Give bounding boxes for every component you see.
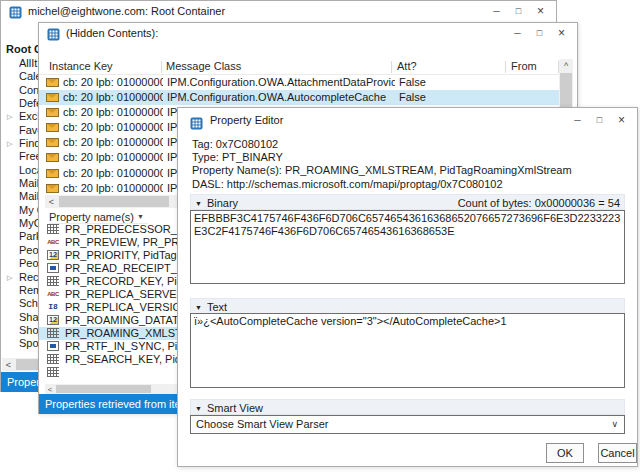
- property-editor-dialog: Property Editor ─ □ × Tag: 0x7C080102 Ty…: [177, 107, 638, 467]
- column-divider[interactable]: [161, 61, 162, 73]
- binary-type-icon: [47, 367, 59, 377]
- long-type-icon: 12: [47, 315, 59, 325]
- property-tag: Tag: 0x7C080102: [192, 138, 572, 151]
- minimize-button[interactable]: ─: [572, 115, 583, 126]
- envelope-icon: [46, 93, 59, 102]
- table-row[interactable]: cb: 20 lpb: 0100000000... IPM.Configurat…: [39, 75, 559, 90]
- sort-descending-icon: ▼: [134, 213, 144, 220]
- column-header-from[interactable]: From: [511, 60, 537, 72]
- envelope-icon: [46, 184, 59, 193]
- envelope-icon: [46, 169, 59, 178]
- att-cell: False: [399, 75, 426, 90]
- column-divider[interactable]: [391, 61, 392, 73]
- byte-count-label: Count of bytes: 0x00000036 = 54: [458, 195, 620, 211]
- maximize-button[interactable]: □: [534, 28, 545, 39]
- close-button[interactable]: ×: [535, 6, 546, 17]
- scroll-up-button[interactable]: ^: [559, 59, 573, 72]
- column-divider[interactable]: [505, 61, 506, 73]
- property-header-label: Property name(s): [49, 211, 134, 223]
- expand-icon[interactable]: ▷: [7, 271, 12, 284]
- long-type-icon: 12: [47, 250, 59, 260]
- maximize-button[interactable]: □: [513, 6, 524, 17]
- binary-type-icon: [47, 276, 59, 286]
- envelope-icon: [46, 153, 59, 162]
- column-header-instance-key[interactable]: Instance Key: [49, 60, 113, 72]
- smart-view-section-label: Smart View: [207, 402, 263, 414]
- binary-section-label: Binary: [207, 197, 238, 209]
- message-class-cell: IPM.Configuration.OWA.AutocompleteCache: [167, 90, 395, 105]
- window-title: (Hidden Contents):: [66, 23, 158, 44]
- property-editor-titlebar[interactable]: Property Editor ─ □ ×: [178, 108, 637, 132]
- cancel-button[interactable]: Cancel: [598, 443, 637, 463]
- text-value-input[interactable]: ï»¿<AutoCompleteCache version="3"></Auto…: [190, 313, 625, 388]
- ok-button[interactable]: OK: [546, 443, 584, 463]
- instance-key-cell: cb: 20 lpb: 0100000000...: [63, 75, 163, 90]
- expand-icon[interactable]: ▷: [7, 110, 12, 123]
- bool-type-icon: [47, 341, 59, 351]
- string-type-icon: ABC: [47, 289, 59, 299]
- minimize-button[interactable]: ─: [512, 28, 523, 39]
- instance-key-cell: cb: 20 lpb: 0100000000...: [63, 166, 163, 181]
- app-icon: [47, 27, 60, 40]
- tree-root-item[interactable]: Root C: [6, 43, 42, 55]
- close-button[interactable]: ×: [616, 115, 627, 126]
- property-type: Type: PT_BINARY: [192, 151, 572, 164]
- tree-item-label: Mail: [19, 177, 39, 189]
- instance-key-cell: cb: 20 lpb: 0100000000...: [63, 150, 163, 165]
- text-section-header[interactable]: ▼Text: [190, 298, 625, 314]
- bool-type-icon: [47, 263, 59, 273]
- dialog-title: Property Editor: [210, 108, 283, 132]
- root-container-titlebar[interactable]: michel@eightwone.com: Root Container ─ □…: [1, 1, 556, 22]
- property-name-label: PR_REPLICA_SERVER: [65, 288, 185, 301]
- scrollbar-thumb[interactable]: [56, 385, 151, 393]
- instance-key-cell: cb: 20 lpb: 0100000000...: [63, 90, 163, 105]
- table-row[interactable]: cb: 20 lpb: 0100000000... IPM.Configurat…: [39, 90, 559, 105]
- column-header-message-class[interactable]: Message Class: [166, 60, 241, 72]
- expand-icon[interactable]: ▷: [7, 137, 12, 150]
- property-names: Property Name(s): PR_ROAMING_XMLSTREAM, …: [192, 164, 572, 177]
- minimize-button[interactable]: ─: [491, 6, 502, 17]
- maximize-button[interactable]: □: [594, 115, 605, 126]
- property-info-block: Tag: 0x7C080102 Type: PT_BINARY Property…: [192, 138, 572, 191]
- text-section-label: Text: [207, 301, 227, 313]
- chevron-down-icon: ∨: [611, 416, 618, 433]
- envelope-icon: [46, 108, 59, 117]
- hidden-contents-titlebar[interactable]: (Hidden Contents): ─ □ ×: [39, 23, 577, 44]
- window-title: michel@eightwone.com: Root Container: [28, 1, 225, 22]
- binary-type-icon: [47, 328, 59, 338]
- collapse-icon[interactable]: ▼: [195, 304, 207, 311]
- instance-key-cell: cb: 20 lpb: 0100000000...: [63, 181, 163, 196]
- scroll-left-button[interactable]: <: [45, 384, 55, 394]
- scrollbar-thumb[interactable]: [59, 196, 169, 207]
- table-header: Instance Key Message Class Att? From: [39, 59, 559, 75]
- property-name-label: PR_REPLICA_VERSION: [65, 301, 189, 314]
- binary-type-icon: [47, 224, 59, 234]
- close-button[interactable]: ×: [556, 28, 567, 39]
- envelope-icon: [46, 78, 59, 87]
- binary-type-icon: [47, 354, 59, 364]
- collapse-icon[interactable]: ▼: [195, 200, 207, 207]
- binary-value-input[interactable]: EFBBBF3C4175746F436F6D706C65746543616368…: [190, 210, 625, 284]
- column-header-att[interactable]: Att?: [397, 60, 417, 72]
- property-dasl: DASL: http://schemas.microsoft.com/mapi/…: [192, 178, 572, 191]
- i8-type-icon: I8: [47, 302, 59, 312]
- message-class-cell: IPM.Configuration.OWA.AttachmentDataProv…: [167, 75, 395, 90]
- envelope-icon: [46, 138, 59, 147]
- tree-item-label: Mail: [19, 190, 39, 202]
- instance-key-cell: cb: 20 lpb: 0100000000...: [63, 120, 163, 135]
- scroll-left-button[interactable]: <: [45, 195, 58, 208]
- att-cell: False: [399, 90, 426, 105]
- smart-view-section-header[interactable]: ▼Smart View: [190, 399, 625, 415]
- desktop: { "icon_glyphs": { "minimize": "─", "max…: [0, 0, 640, 472]
- instance-key-cell: cb: 20 lpb: 0100000000...: [63, 105, 163, 120]
- app-icon: [9, 5, 22, 18]
- collapse-icon[interactable]: ▼: [195, 405, 207, 412]
- instance-key-cell: cb: 20 lpb: 0100000000...: [63, 135, 163, 150]
- scroll-left-button[interactable]: <: [2, 358, 15, 371]
- binary-section-header[interactable]: ▼Binary Count of bytes: 0x00000036 = 54: [190, 194, 625, 210]
- smart-view-parser-dropdown[interactable]: Choose Smart View Parser ∨: [190, 415, 625, 434]
- app-icon: [190, 114, 203, 127]
- tree-item-label: Con: [19, 84, 39, 96]
- dropdown-selected-value: Choose Smart View Parser: [196, 418, 328, 430]
- string-type-icon: ABC: [47, 237, 59, 247]
